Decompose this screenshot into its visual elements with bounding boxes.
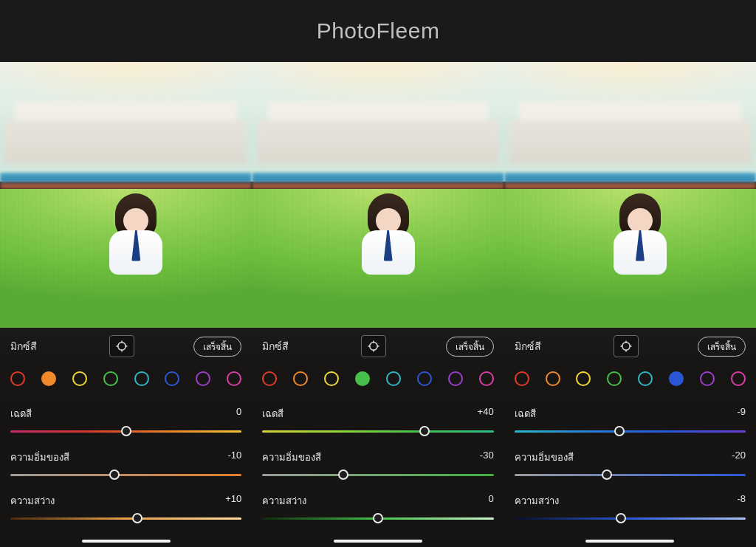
slider-hue-label: เฉดสี (515, 406, 536, 422)
home-indicator (334, 540, 422, 543)
swatch-7[interactable] (227, 371, 241, 386)
sliders: เฉดสี 0 ความอิ่มของสี -10 ความสว่าง +10 (10, 406, 241, 523)
slider-hue-value: -9 (737, 406, 746, 422)
slider-hue-track[interactable] (262, 426, 493, 436)
slider-hue-track[interactable] (10, 426, 241, 436)
slider-saturation-thumb[interactable] (602, 469, 612, 480)
swatch-0[interactable] (10, 371, 25, 386)
swatch-7[interactable] (479, 371, 494, 386)
color-swatches (262, 362, 493, 396)
swatch-0[interactable] (262, 371, 277, 386)
slider-luminance-track[interactable] (10, 513, 241, 523)
slider-luminance-label: ความสว่าง (515, 493, 559, 509)
slider-hue-thumb[interactable] (614, 426, 625, 436)
swatch-0[interactable] (515, 371, 529, 386)
photo-preview (0, 62, 252, 328)
slider-luminance-value: -8 (737, 493, 746, 509)
slider-hue-track[interactable] (515, 426, 746, 436)
swatch-5[interactable] (417, 371, 432, 386)
swatch-3[interactable] (355, 371, 370, 386)
swatch-7[interactable] (731, 371, 746, 386)
slider-saturation-label: ความอิ่มของสี (10, 450, 69, 465)
svg-point-10 (622, 343, 630, 351)
swatch-5[interactable] (165, 371, 179, 386)
home-indicator (82, 540, 171, 543)
swatch-4[interactable] (134, 371, 149, 386)
slider-hue-label: เฉดสี (262, 406, 284, 422)
target-picker-button[interactable] (109, 335, 134, 357)
home-indicator (585, 540, 674, 543)
slider-saturation: ความอิ่มของสี -20 (515, 450, 746, 480)
swatch-3[interactable] (103, 371, 118, 386)
slider-luminance-thumb[interactable] (132, 513, 142, 523)
swatch-1[interactable] (41, 371, 56, 386)
slider-hue-value: +40 (478, 406, 494, 422)
slider-hue-label: เฉดสี (10, 406, 32, 422)
done-button[interactable]: เสร็จสิ้น (446, 337, 494, 357)
slider-saturation-track[interactable] (262, 469, 493, 480)
slider-luminance-value: 0 (488, 493, 493, 509)
page-title: PhotoFleem (0, 0, 756, 62)
swatch-5[interactable] (669, 371, 684, 386)
app-root: PhotoFleem มิกซ์สี เสร็จสิ้น เฉดสี (0, 0, 756, 547)
slider-luminance-label: ความสว่าง (262, 493, 306, 509)
panel-header: มิกซ์สี เสร็จสิ้น (10, 334, 241, 359)
slider-saturation-label: ความอิ่มของสี (515, 450, 574, 465)
panel-header: มิกซ์สี เสร็จสิ้น (262, 334, 493, 359)
panel-0: มิกซ์สี เสร็จสิ้น เฉดสี 0 ความอิ่มของสี … (0, 62, 252, 547)
panels-row: มิกซ์สี เสร็จสิ้น เฉดสี 0 ความอิ่มของสี … (0, 62, 756, 547)
slider-luminance: ความสว่าง 0 (262, 493, 493, 523)
slider-hue-thumb[interactable] (121, 426, 131, 436)
done-button[interactable]: เสร็จสิ้น (698, 337, 746, 357)
swatch-2[interactable] (576, 371, 591, 386)
slider-hue-thumb[interactable] (419, 426, 430, 436)
panel-1: มิกซ์สี เสร็จสิ้น เฉดสี +40 ความอิ่มของส… (252, 62, 504, 547)
swatch-6[interactable] (700, 371, 715, 386)
slider-hue: เฉดสี 0 (10, 406, 241, 436)
panel-title: มิกซ์สี (10, 338, 50, 354)
sliders: เฉดสี +40 ความอิ่มของสี -30 ความสว่าง 0 (262, 406, 493, 523)
panel-2: มิกซ์สี เสร็จสิ้น เฉดสี -9 ความอิ่มของสี… (504, 62, 756, 547)
slider-luminance-thumb[interactable] (373, 513, 383, 523)
slider-luminance-value: +10 (225, 493, 241, 509)
app-title-text: PhotoFleem (317, 18, 440, 44)
photo-preview (504, 62, 756, 328)
svg-point-5 (370, 343, 378, 351)
slider-saturation-value: -20 (732, 450, 746, 465)
slider-luminance-track[interactable] (515, 513, 746, 523)
slider-luminance-track[interactable] (262, 513, 493, 523)
slider-luminance: ความสว่าง -8 (515, 493, 746, 523)
swatch-1[interactable] (546, 371, 560, 386)
done-button[interactable]: เสร็จสิ้น (193, 337, 241, 357)
panel-title: มิกซ์สี (515, 338, 554, 354)
slider-saturation: ความอิ่มของสี -10 (10, 450, 241, 480)
color-swatches (10, 362, 241, 396)
target-picker-button[interactable] (614, 335, 639, 357)
swatch-3[interactable] (607, 371, 622, 386)
slider-saturation-track[interactable] (10, 469, 241, 480)
slider-luminance-thumb[interactable] (616, 513, 626, 523)
slider-saturation-value: -30 (480, 450, 494, 465)
slider-hue-value: 0 (236, 406, 241, 422)
slider-saturation-value: -10 (228, 450, 242, 465)
swatch-2[interactable] (324, 371, 339, 386)
swatch-6[interactable] (448, 371, 463, 386)
slider-saturation-track[interactable] (515, 469, 746, 480)
swatch-1[interactable] (293, 371, 308, 386)
slider-luminance-label: ความสว่าง (10, 493, 55, 509)
slider-saturation-label: ความอิ่มของสี (262, 450, 321, 465)
swatch-4[interactable] (386, 371, 401, 386)
target-picker-button[interactable] (361, 335, 386, 357)
sliders: เฉดสี -9 ความอิ่มของสี -20 ความสว่าง -8 (515, 406, 746, 523)
slider-saturation-thumb[interactable] (109, 469, 120, 480)
slider-saturation: ความอิ่มของสี -30 (262, 450, 493, 480)
swatch-2[interactable] (72, 371, 87, 386)
slider-saturation-thumb[interactable] (338, 469, 348, 480)
photo-preview (252, 62, 504, 328)
slider-hue: เฉดสี -9 (515, 406, 746, 436)
panel-header: มิกซ์สี เสร็จสิ้น (515, 334, 746, 359)
slider-luminance: ความสว่าง +10 (10, 493, 241, 523)
swatch-4[interactable] (638, 371, 653, 386)
swatch-6[interactable] (196, 371, 210, 386)
color-swatches (515, 362, 746, 396)
